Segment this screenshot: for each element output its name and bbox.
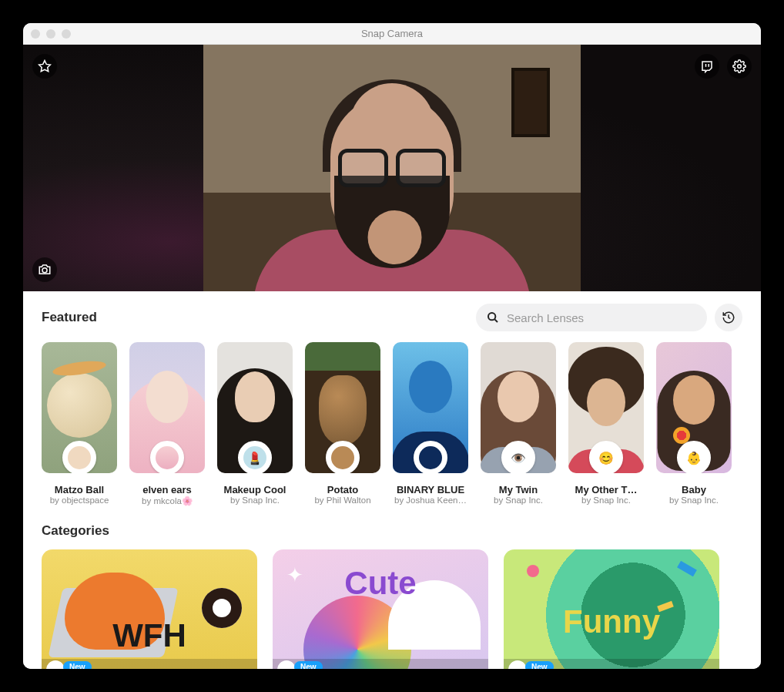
lens-matzo-ball[interactable]: Matzo Ball by objectspace	[42, 342, 117, 506]
lens-author: by Joshua Keen…	[394, 495, 467, 505]
lens-name: elven ears	[142, 484, 192, 495]
svg-point-5	[488, 313, 495, 320]
lens-author: by Snap Inc.	[581, 495, 631, 505]
star-icon	[38, 59, 52, 73]
camera-preview-area	[23, 45, 761, 291]
lens-author: by objectspace	[50, 495, 109, 505]
lens-avatar: 👁️	[501, 441, 535, 473]
lens-author: by mkcola🌸	[142, 495, 193, 506]
search-box[interactable]	[476, 304, 707, 331]
lens-avatar: 💄	[238, 441, 272, 473]
lens-makeup-cool[interactable]: 💄 Makeup Cool by Snap Inc.	[217, 342, 293, 506]
lens-browser: Featured Matzo Ball by objectspace	[23, 291, 761, 669]
lens-my-twin[interactable]: 👁️ My Twin by Snap Inc.	[481, 342, 556, 506]
settings-button[interactable]	[727, 54, 752, 79]
history-button[interactable]	[715, 304, 742, 331]
twitch-button[interactable]	[695, 54, 719, 79]
svg-point-1	[42, 268, 47, 273]
category-cute[interactable]: ✦ Cute New	[273, 549, 488, 669]
lens-name: Makeup Cool	[224, 484, 286, 495]
featured-lenses: Matzo Ball by objectspace elven ears by …	[42, 342, 742, 506]
lens-potato[interactable]: Potato by Phil Walton	[305, 342, 380, 506]
new-badge: New	[525, 661, 554, 669]
category-funny[interactable]: Funny New	[504, 549, 719, 669]
camera-icon	[38, 263, 52, 277]
lens-author: by Snap Inc.	[230, 495, 280, 505]
categories-heading: Categories	[42, 523, 742, 539]
lens-avatar	[62, 441, 96, 473]
lens-name: BINARY BLUE	[397, 484, 464, 495]
svg-line-6	[494, 319, 498, 322]
new-badge: New	[63, 661, 92, 669]
lens-avatar	[326, 441, 360, 473]
lens-my-other-twin[interactable]: 😊 My Other T… by Snap Inc.	[568, 342, 644, 506]
lens-baby[interactable]: 👶 Baby by Snap Inc.	[656, 342, 732, 506]
featured-heading: Featured	[42, 310, 97, 325]
lens-name: Potato	[327, 484, 358, 495]
lens-author: by Snap Inc.	[494, 495, 543, 505]
history-icon	[722, 311, 735, 324]
lens-author: by Phil Walton	[314, 495, 370, 505]
lens-binary-blue[interactable]: BINARY BLUE by Joshua Keen…	[393, 342, 468, 506]
svg-point-4	[738, 65, 742, 69]
lens-name: Baby	[682, 484, 706, 495]
categories-row: WFH New ✦ Cute New Funny New	[42, 549, 742, 669]
lens-avatar: 😊	[589, 441, 623, 473]
lens-name: My Twin	[499, 484, 538, 495]
lens-avatar: 👶	[677, 441, 711, 473]
app-window: Snap Camera	[23, 23, 761, 669]
svg-marker-0	[39, 61, 51, 72]
capture-button[interactable]	[32, 257, 57, 282]
category-title: Cute	[344, 565, 416, 602]
camera-feed	[203, 45, 581, 291]
lens-avatar	[150, 441, 184, 473]
new-badge: New	[294, 661, 323, 669]
lens-name: My Other T…	[575, 484, 638, 495]
lens-avatar	[414, 441, 447, 473]
titlebar: Snap Camera	[23, 23, 761, 45]
lens-elven-ears[interactable]: elven ears by mkcola🌸	[129, 342, 205, 506]
lens-author: by Snap Inc.	[669, 495, 719, 505]
category-title: Funny	[563, 603, 660, 640]
search-icon	[487, 311, 499, 324]
twitch-icon	[700, 59, 714, 73]
category-title: WFH	[112, 617, 186, 654]
search-input[interactable]	[507, 311, 696, 324]
favorite-button[interactable]	[32, 54, 57, 79]
category-wfh[interactable]: WFH New	[42, 549, 257, 669]
lens-name: Matzo Ball	[55, 484, 104, 495]
window-title: Snap Camera	[23, 28, 761, 39]
gear-icon	[732, 59, 746, 73]
